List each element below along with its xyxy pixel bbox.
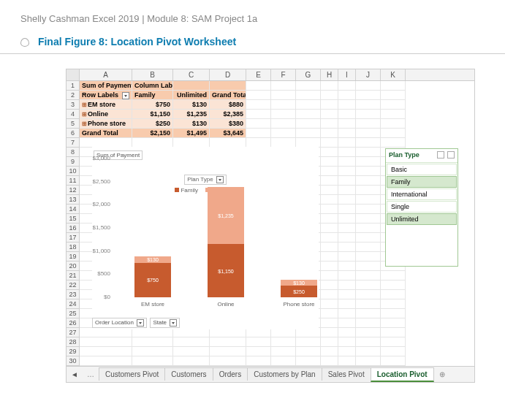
col-header-H[interactable]: H	[321, 69, 338, 80]
row-header-17[interactable]: 17	[67, 233, 80, 243]
clear-filter-icon[interactable]	[447, 151, 455, 159]
lightbulb-icon	[20, 38, 29, 47]
pivot-chart[interactable]: Sum of Payment $0$500$1,000$1,500$2,000$…	[92, 147, 319, 329]
row-header-9[interactable]: 9	[67, 157, 80, 167]
chevron-down-icon[interactable]	[137, 319, 144, 327]
row-header-4[interactable]: 4	[67, 110, 80, 119]
row-header-14[interactable]: 14	[67, 205, 80, 214]
row-header-10[interactable]: 10	[67, 167, 80, 176]
row-header-2[interactable]: 2	[67, 91, 80, 100]
col-header-K[interactable]: K	[381, 69, 406, 80]
row-header-18[interactable]: 18	[67, 243, 80, 252]
filter-order-location[interactable]: Order Location	[92, 318, 147, 328]
row-header-16[interactable]: 16	[67, 224, 80, 233]
row-header-25[interactable]: 25	[67, 309, 80, 318]
row-header-5[interactable]: 5	[67, 119, 80, 129]
add-sheet-button[interactable]: ⊕	[433, 370, 451, 378]
slicer-item-single[interactable]: Single	[387, 201, 457, 213]
row-header-11[interactable]: 11	[67, 176, 80, 186]
row-header-29[interactable]: 29	[67, 347, 80, 356]
col-header-C[interactable]: C	[173, 69, 210, 80]
col-header-A[interactable]: A	[80, 69, 132, 80]
slicer-item-family[interactable]: Family	[387, 176, 457, 188]
row-header-19[interactable]: 19	[67, 252, 80, 261]
col-header-D[interactable]: D	[210, 69, 246, 80]
sheet-tab-customers-pivot[interactable]: Customers Pivot	[99, 367, 165, 381]
column-headers: ABCDEFGHIJK	[67, 69, 474, 81]
row-header-15[interactable]: 15	[67, 214, 80, 224]
row-header-23[interactable]: 23	[67, 290, 80, 299]
row-header-7[interactable]: 7	[67, 138, 80, 148]
sheet-tab-sales-pivot[interactable]: Sales Pivot	[322, 367, 371, 381]
bar-group-online[interactable]: $1,235$1,150Online	[208, 187, 244, 297]
col-header-F[interactable]: F	[271, 69, 296, 80]
sheet-tab-orders[interactable]: Orders	[213, 367, 248, 381]
page-title: Final Figure 8: Location Pivot Worksheet	[38, 36, 236, 47]
bar-group-em-store[interactable]: $130$750EM store	[134, 256, 171, 297]
row-header-28[interactable]: 28	[67, 337, 80, 347]
multi-select-icon[interactable]	[437, 151, 444, 159]
slicer-item-international[interactable]: International	[387, 188, 457, 200]
sheet-tab-customers[interactable]: Customers	[164, 367, 213, 381]
row-header-6[interactable]: 6	[67, 129, 80, 138]
row-header-13[interactable]: 13	[67, 195, 80, 205]
bar-group-phone-store[interactable]: $130$250Phone store	[281, 280, 317, 297]
select-all-corner[interactable]	[67, 69, 80, 80]
chevron-down-icon[interactable]	[122, 92, 129, 99]
row-header-27[interactable]: 27	[67, 328, 80, 337]
chart-plot-area: $0$500$1,000$1,500$2,000$2,500$3,000$130…	[113, 159, 316, 297]
row-header-8[interactable]: 8	[67, 148, 80, 157]
sheet-tab-location-pivot[interactable]: Location Pivot	[371, 367, 434, 382]
sheet-tab-customers-by-plan[interactable]: Customers by Plan	[247, 367, 322, 381]
col-header-I[interactable]: I	[338, 69, 356, 80]
row-headers: 1234567891011121314151617181920212223242…	[67, 81, 80, 366]
row-header-20[interactable]: 20	[67, 261, 80, 271]
row-header-12[interactable]: 12	[67, 186, 80, 195]
slicer-plan-type[interactable]: Plan Type BasicFamilyInternationalSingle…	[385, 148, 458, 267]
slicer-item-unlimited[interactable]: Unlimited	[387, 213, 457, 225]
tab-overflow[interactable]: …	[83, 370, 99, 378]
row-header-1[interactable]: 1	[67, 81, 80, 91]
slicer-title: Plan Type	[389, 151, 419, 160]
page-title-row: Final Figure 8: Location Pivot Worksheet	[0, 30, 505, 54]
excel-window: ABCDEFGHIJK 1234567891011121314151617181…	[66, 69, 475, 383]
sheet-tab-strip: ◄ … Customers PivotCustomersOrdersCustom…	[67, 366, 474, 382]
slicer-item-basic[interactable]: Basic	[387, 164, 457, 175]
tab-nav-prev[interactable]: ◄	[67, 370, 83, 378]
row-header-21[interactable]: 21	[67, 271, 80, 280]
row-header-24[interactable]: 24	[67, 299, 80, 309]
row-header-3[interactable]: 3	[67, 100, 80, 110]
row-header-26[interactable]: 26	[67, 318, 80, 328]
col-header-E[interactable]: E	[246, 69, 271, 80]
col-header-J[interactable]: J	[356, 69, 381, 80]
col-header-B[interactable]: B	[132, 69, 173, 80]
breadcrumb: Shelly Cashman Excel 2019 | Module 8: SA…	[0, 0, 505, 30]
filter-state[interactable]: State	[150, 318, 180, 328]
chevron-down-icon[interactable]	[216, 176, 224, 183]
col-header-G[interactable]: G	[296, 69, 321, 80]
chart-filter-buttons: Order Location State	[92, 318, 181, 328]
chevron-down-icon[interactable]	[170, 319, 177, 327]
row-header-30[interactable]: 30	[67, 356, 80, 366]
row-header-22[interactable]: 22	[67, 280, 80, 290]
